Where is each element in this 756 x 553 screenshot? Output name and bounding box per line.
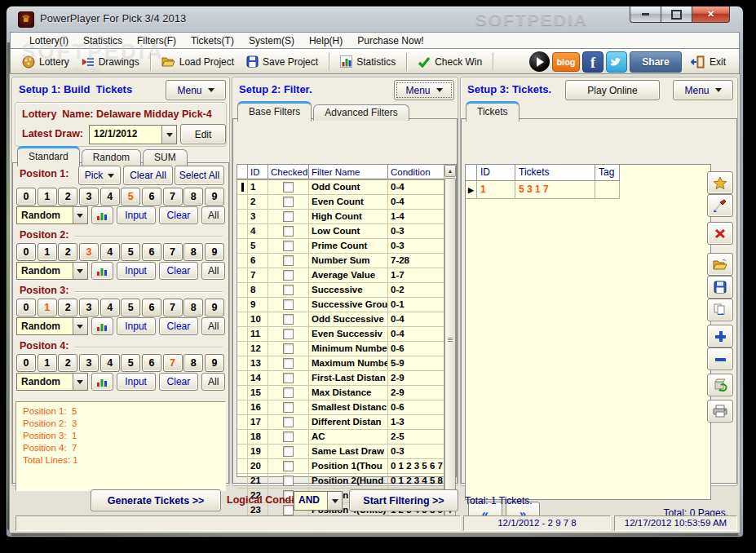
digit-button-6[interactable]: 6	[142, 243, 161, 261]
chevron-down-icon[interactable]	[73, 207, 87, 223]
menu-item[interactable]: Purchase Now!	[350, 33, 431, 48]
chevron-down-icon[interactable]	[73, 374, 87, 390]
digit-button-2[interactable]: 2	[58, 354, 77, 372]
lottery-button[interactable]: Lottery	[17, 53, 74, 71]
statistics-button[interactable]: Statistics	[335, 53, 400, 70]
digit-button-8[interactable]: 8	[183, 354, 203, 372]
play-online-button[interactable]: Play Online	[565, 80, 660, 100]
filter-row[interactable]: 8 Successive 0-2	[237, 283, 456, 298]
title-bar[interactable]: ♛ PowerPlayer For Pick 3/4 2013 SOFTPEDI…	[7, 7, 743, 31]
position2-chart-button[interactable]	[91, 262, 113, 280]
chevron-down-icon[interactable]	[73, 318, 87, 334]
position3-clear-button[interactable]: Clear	[159, 317, 199, 335]
position2-mode-select[interactable]: Random	[16, 262, 88, 280]
close-button[interactable]: ✕	[692, 7, 730, 23]
menu-item[interactable]: Lottery(I)	[22, 33, 76, 48]
filter-checkbox[interactable]	[283, 373, 294, 383]
position1-input-button[interactable]: Input	[117, 206, 156, 224]
tab-base-filters[interactable]: Base Filters	[237, 101, 312, 122]
position1-mode-select[interactable]: Random	[16, 206, 88, 224]
tab-sum[interactable]: SUM	[143, 149, 188, 166]
edit-button[interactable]: Edit	[180, 124, 226, 144]
filter-row[interactable]: 20 Position 1(Thou 0 1 2 3 5 6 7	[237, 459, 456, 474]
filter-row[interactable]: 10 Odd Successive 0-4	[237, 312, 456, 327]
scroll-up-icon[interactable]: ▲	[444, 165, 456, 177]
check-win-button[interactable]: Check Win	[413, 54, 487, 70]
filter-row[interactable]: 11 Even Successiv 0-4	[237, 327, 456, 342]
copy-button[interactable]	[707, 299, 733, 321]
export-button[interactable]	[707, 374, 733, 396]
filter-checkbox[interactable]	[283, 255, 294, 266]
digit-button-5[interactable]: 5	[121, 188, 140, 206]
filter-checkbox[interactable]	[283, 343, 294, 354]
filter-row[interactable]: 5 Prime Count 0-3	[237, 239, 456, 254]
digit-button-0[interactable]: 0	[16, 354, 36, 372]
digit-button-4[interactable]: 4	[100, 188, 120, 206]
digit-button-6[interactable]: 6	[142, 299, 161, 316]
filter-row[interactable]: 3 High Count 1-4	[237, 210, 456, 224]
filter-row[interactable]: 7 Average Value 1-7	[237, 268, 456, 283]
setup3-menu-button[interactable]: Menu	[673, 80, 733, 100]
digit-button-3[interactable]: 3	[79, 354, 99, 372]
ticket-row[interactable]: 1 5 3 1 7	[466, 181, 710, 199]
position1-clear-button[interactable]: Clear	[159, 206, 199, 224]
digit-button-6[interactable]: 6	[142, 188, 161, 206]
menu-item[interactable]: System(S)	[241, 33, 302, 48]
tab-advanced-filters[interactable]: Advanced Filters	[313, 104, 409, 121]
filter-row[interactable]: 15 Max Distance 2-9	[237, 386, 456, 400]
digit-button-7[interactable]: 7	[163, 299, 183, 316]
filter-row[interactable]: 6 Number Sum 7-28	[237, 254, 456, 268]
digit-button-9[interactable]: 9	[205, 299, 224, 316]
filter-checkbox[interactable]	[283, 270, 294, 281]
chevron-down-icon[interactable]	[73, 263, 87, 279]
filter-row[interactable]: 12 Minimum Numbe 0-6	[237, 342, 456, 356]
digit-button-6[interactable]: 6	[142, 354, 161, 372]
digit-button-9[interactable]: 9	[205, 188, 224, 206]
filter-checkbox[interactable]	[283, 446, 294, 457]
remove-row-button[interactable]	[707, 347, 733, 370]
filter-checkbox[interactable]	[283, 197, 294, 207]
filter-checkbox[interactable]	[283, 285, 294, 295]
filter-row[interactable]: 14 First-Last Distan 2-9	[237, 371, 456, 386]
position2-all-button[interactable]: All	[201, 262, 225, 280]
print-button[interactable]	[707, 400, 733, 422]
filter-checkbox[interactable]	[283, 226, 294, 237]
play-video-button[interactable]	[529, 51, 550, 72]
filter-checkbox[interactable]	[283, 182, 294, 192]
digit-button-2[interactable]: 2	[58, 188, 77, 206]
position3-chart-button[interactable]	[91, 317, 113, 335]
share-button[interactable]: Share	[630, 51, 682, 73]
digit-button-0[interactable]: 0	[16, 243, 36, 261]
digit-button-1[interactable]: 1	[38, 243, 57, 261]
load-project-button[interactable]: Load Project	[157, 53, 239, 70]
filter-row[interactable]: 17 Different Distan 1-3	[237, 415, 456, 430]
position4-chart-button[interactable]	[91, 373, 113, 391]
filter-row[interactable]: 18 AC 2-5	[237, 430, 456, 445]
clear-all-button[interactable]: Clear All	[123, 166, 173, 185]
digit-button-5[interactable]: 5	[121, 299, 140, 316]
twitter-button[interactable]	[606, 51, 627, 73]
position4-mode-select[interactable]: Random	[16, 373, 88, 391]
filter-row[interactable]: 1 Odd Count 0-4	[237, 180, 456, 195]
maximize-button[interactable]	[661, 7, 692, 23]
digit-button-7[interactable]: 7	[163, 243, 183, 261]
digit-button-4[interactable]: 4	[100, 243, 120, 261]
generate-tickets-button[interactable]: Generate Tickets >>	[91, 489, 221, 511]
logical-condition-select[interactable]: AND	[294, 491, 343, 511]
clean-button[interactable]	[707, 194, 733, 217]
position2-input-button[interactable]: Input	[117, 262, 156, 280]
position3-all-button[interactable]: All	[201, 317, 225, 335]
position3-mode-select[interactable]: Random	[16, 317, 88, 335]
facebook-button[interactable]: f	[582, 51, 603, 73]
filter-checkbox[interactable]	[283, 431, 294, 442]
filter-checkbox[interactable]	[283, 241, 294, 251]
digit-button-1[interactable]: 1	[38, 188, 57, 206]
filter-row[interactable]: 9 Successive Grou 0-1	[237, 298, 456, 312]
digit-button-1[interactable]: 1	[38, 299, 57, 316]
digit-button-2[interactable]: 2	[58, 243, 77, 261]
pick-button[interactable]: Pick	[78, 166, 121, 185]
digit-button-8[interactable]: 8	[183, 188, 203, 206]
position4-input-button[interactable]: Input	[117, 373, 156, 391]
digit-button-3[interactable]: 3	[79, 299, 99, 316]
exit-button[interactable]: Exit	[684, 54, 732, 70]
